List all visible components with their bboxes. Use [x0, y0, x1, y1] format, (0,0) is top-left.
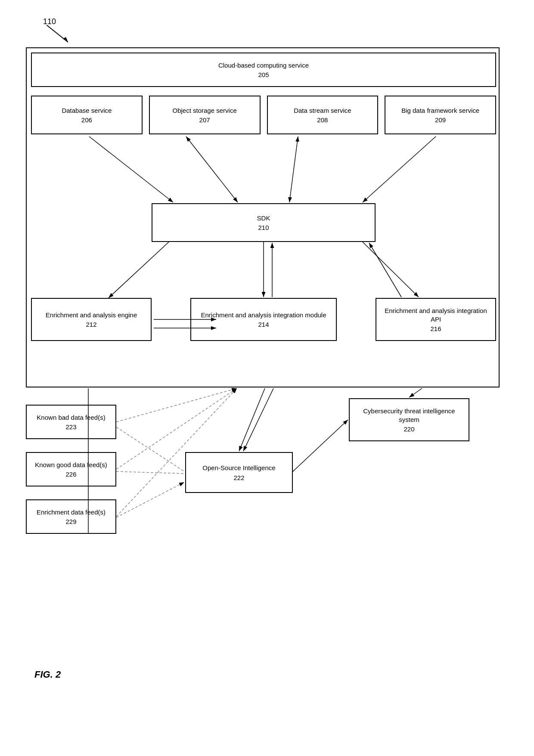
- enrichment-api-title: Enrichment and analysis integration API: [380, 307, 492, 323]
- cybersecurity-title: Cybersecurity threat intelligence system: [353, 407, 465, 424]
- enrichment-api-box: Enrichment and analysis integration API …: [376, 298, 496, 341]
- object-storage-number: 207: [199, 116, 210, 124]
- known-bad-number: 223: [65, 423, 76, 431]
- svg-line-4: [89, 136, 173, 202]
- big-data-title: Big data framework service: [401, 106, 479, 115]
- cloud-service-number: 205: [258, 71, 269, 78]
- big-data-number: 209: [435, 116, 446, 124]
- cloud-service-box: Cloud-based computing service 205: [31, 53, 496, 87]
- database-service-number: 206: [81, 116, 92, 124]
- diagram-container: 110 Cloud-based computing service 205 Da…: [26, 17, 508, 706]
- svg-line-5: [186, 136, 238, 202]
- svg-line-23: [292, 420, 348, 472]
- known-bad-title: Known bad data feed(s): [37, 413, 105, 422]
- enrichment-data-number: 229: [65, 518, 76, 525]
- open-source-box: Open-Source Intelligence 222: [185, 452, 293, 493]
- known-good-number: 226: [65, 471, 76, 478]
- open-source-title: Open-Source Intelligence: [202, 464, 275, 472]
- data-stream-box: Data stream service 208: [267, 96, 379, 134]
- svg-marker-1: [63, 37, 68, 42]
- enrichment-row: Enrichment and analysis engine 212 Enric…: [31, 298, 496, 341]
- svg-line-8: [109, 242, 169, 298]
- svg-line-21: [116, 471, 184, 474]
- svg-line-27: [243, 388, 273, 451]
- sdk-title: SDK: [257, 214, 270, 223]
- svg-line-22: [116, 482, 184, 517]
- known-good-box: Known good data feed(s) 226: [26, 452, 116, 486]
- svg-line-20: [116, 427, 184, 471]
- object-storage-title: Object storage service: [173, 106, 237, 115]
- data-stream-title: Data stream service: [294, 106, 351, 115]
- enrichment-module-title: Enrichment and analysis integration modu…: [201, 311, 326, 319]
- ref-arrow-svg: [47, 25, 72, 46]
- svg-line-24: [409, 388, 422, 397]
- outer-box: Cloud-based computing service 205 Databa…: [26, 47, 500, 387]
- svg-line-14: [369, 243, 401, 297]
- enrichment-engine-box: Enrichment and analysis engine 212: [31, 298, 152, 341]
- known-bad-box: Known bad data feed(s) 223: [26, 405, 116, 439]
- cybersecurity-box: Cybersecurity threat intelligence system…: [349, 398, 469, 441]
- known-good-title: Known good data feed(s): [35, 461, 107, 469]
- svg-line-12: [363, 242, 419, 297]
- database-service-box: Database service 206: [31, 96, 143, 134]
- svg-line-26: [239, 388, 265, 451]
- big-data-box: Big data framework service 209: [385, 96, 496, 134]
- services-row: Database service 206 Object storage serv…: [31, 96, 496, 134]
- open-source-number: 222: [233, 474, 244, 481]
- enrichment-engine-number: 212: [86, 321, 96, 328]
- cloud-service-title: Cloud-based computing service: [218, 61, 309, 70]
- enrichment-engine-title: Enrichment and analysis engine: [46, 311, 137, 319]
- enrichment-module-box: Enrichment and analysis integration modu…: [190, 298, 337, 341]
- sdk-box: SDK 210: [152, 203, 376, 242]
- svg-line-6: [289, 136, 298, 202]
- fig-label: FIG. 2: [34, 669, 61, 680]
- enrichment-data-box: Enrichment data feed(s) 229: [26, 499, 116, 534]
- svg-line-17: [116, 388, 237, 422]
- enrichment-data-title: Enrichment data feed(s): [37, 508, 106, 517]
- svg-line-7: [363, 136, 436, 202]
- database-service-title: Database service: [62, 106, 112, 115]
- sdk-number: 210: [258, 224, 269, 231]
- cybersecurity-number: 220: [404, 425, 414, 433]
- enrichment-module-number: 214: [258, 321, 269, 328]
- data-stream-number: 208: [317, 116, 328, 124]
- enrichment-api-number: 216: [430, 325, 441, 332]
- object-storage-box: Object storage service 207: [149, 96, 261, 134]
